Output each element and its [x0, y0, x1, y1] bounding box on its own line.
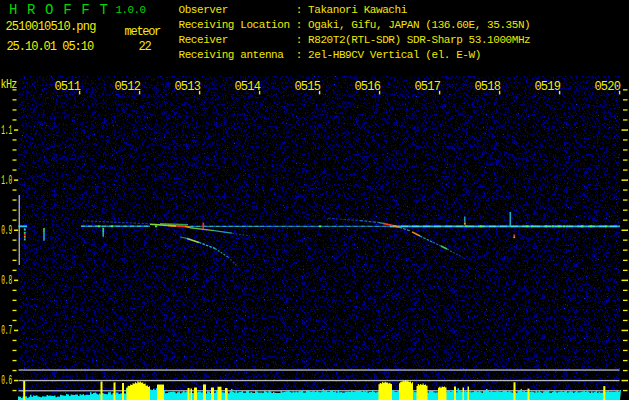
- svg-text:H: H: [9, 2, 17, 18]
- svg-text:0512: 0512: [114, 80, 140, 94]
- svg-text:0.8: 0.8: [1, 274, 12, 288]
- svg-text:Receiving antenna : 2el-HB9CV: Receiving antenna : 2el-HB9CV Vertical (…: [179, 49, 481, 61]
- svg-text:22: 22: [138, 40, 151, 54]
- svg-text:R: R: [27, 2, 36, 18]
- svg-text:0514: 0514: [234, 80, 260, 94]
- svg-text:O: O: [45, 2, 53, 18]
- svg-text:0.7: 0.7: [1, 324, 12, 338]
- svg-text:F: F: [81, 2, 89, 18]
- svg-text:1.0.0: 1.0.0: [116, 4, 146, 16]
- svg-text:1.0: 1.0: [1, 174, 12, 188]
- svg-text:0517: 0517: [414, 80, 440, 94]
- svg-text:0.6: 0.6: [1, 374, 12, 388]
- svg-text:0515: 0515: [294, 80, 320, 94]
- svg-text:Receiving Location : Ogaki, Gi: Receiving Location : Ogaki, Gifu, JAPAN …: [179, 19, 531, 31]
- svg-text:2510010510.png: 2510010510.png: [5, 20, 96, 34]
- svg-text:T: T: [99, 2, 107, 18]
- svg-text:kHz: kHz: [1, 78, 17, 91]
- svg-text:Receiver : R820T2(RT: Receiver : R820T2(RTL-SDR) SDR-Sharp 53.…: [179, 34, 531, 46]
- svg-text:0520: 0520: [594, 80, 620, 94]
- svg-text:0516: 0516: [354, 80, 380, 94]
- svg-text:1.1: 1.1: [1, 124, 12, 138]
- svg-text:Observer : Takanori: Observer : Takanori Kawachi: [179, 4, 408, 16]
- svg-text:0.9: 0.9: [1, 224, 12, 238]
- svg-text:0511: 0511: [54, 80, 80, 94]
- svg-text:25.10.01 05:10: 25.10.01 05:10: [6, 40, 94, 54]
- svg-text:0513: 0513: [174, 80, 200, 94]
- svg-text:F: F: [63, 2, 71, 18]
- svg-text:0518: 0518: [474, 80, 500, 94]
- svg-text:0519: 0519: [534, 80, 560, 94]
- svg-text:meteor: meteor: [125, 25, 162, 39]
